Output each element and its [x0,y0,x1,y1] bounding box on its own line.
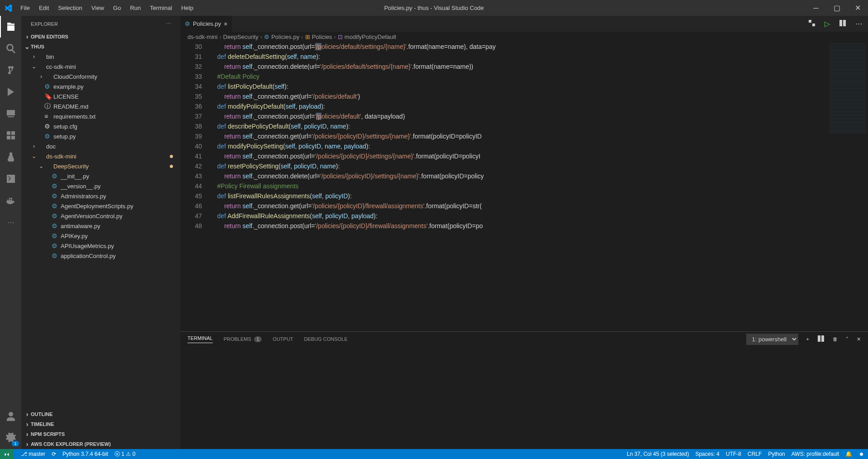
file-setup-py[interactable]: ⚙setup.py [22,131,180,141]
python-env[interactable]: Python 3.7.4 64-bit [62,451,108,457]
file-setup-cfg[interactable]: ⚙setup.cfg [22,121,180,131]
python-file-icon: ⚙ [185,20,190,27]
panel-tab-output[interactable]: OUTPUT [273,336,293,342]
file-APIKey-py[interactable]: ⚙APIKey.py [22,231,180,241]
new-terminal-icon[interactable]: + [806,336,809,342]
file-APIUsageMetrics-py[interactable]: ⚙APIUsageMetrics.py [22,241,180,251]
file-tree: ›bin⌄cc-sdk-mini›CloudConformity⚙example… [22,52,180,261]
panel-tab-terminal[interactable]: TERMINAL [187,335,213,343]
run-icon[interactable]: ▷ [825,19,830,28]
panel-actions: 1: powershell + 🗑 ˄ ✕ [746,334,861,345]
close-panel-icon[interactable]: ✕ [857,336,861,342]
menu-view[interactable]: View [87,0,109,16]
more-icon[interactable]: ⋯ [855,19,863,28]
file-__version__-py[interactable]: ⚙__version__.py [22,181,180,191]
git-branch[interactable]: ⎇ master [21,451,45,457]
source-control-icon[interactable] [0,59,22,81]
tabs: ⚙ Policies.py × ▷ ⋯ [180,16,868,32]
folder-bin[interactable]: ›bin [22,52,180,62]
eol[interactable]: CRLF [748,451,762,457]
section-open-editors[interactable]: ›OPEN EDITORS [22,32,180,42]
kill-terminal-icon[interactable]: 🗑 [833,336,838,342]
line-gutter: 30313233343536373839404142434445464748 [180,42,210,331]
statusbar: ⎇ master ⟳ Python 3.7.4 64-bit ⓧ 1 ⚠ 0 L… [0,449,868,459]
minimize-button[interactable]: ─ [806,0,826,16]
folder-DeepSecurity[interactable]: ⌄DeepSecurity [22,161,180,171]
docker-icon[interactable] [0,190,22,211]
activitybar: ⋯ 1 [0,16,22,449]
notifications-icon[interactable]: 🔔 [845,451,852,457]
sidebar: EXPLORER ⋯ ›OPEN EDITORS ⌄THUS ›bin⌄cc-s… [22,16,180,449]
code-content[interactable]: return self._connection.post(url='/polic… [210,42,827,331]
file-AgentVersionControl-py[interactable]: ⚙AgentVersionControl.py [22,211,180,221]
overflow-icon[interactable]: ⋯ [0,211,22,233]
file-Administrators-py[interactable]: ⚙Administrators.py [22,191,180,201]
indentation[interactable]: Spaces: 4 [695,451,719,457]
file-antimalware-py[interactable]: ⚙antimalware.py [22,221,180,231]
tab-close-icon[interactable]: × [224,20,227,28]
remote-indicator[interactable] [0,449,14,459]
section-outline[interactable]: ›OUTLINE [22,409,180,419]
run-debug-icon[interactable] [0,81,22,103]
file-requirements-txt[interactable]: ≡requirements.txt [22,111,180,121]
menu-bar: File Edit Selection View Go Run Terminal… [16,0,198,16]
window-title: Policies.py - thus - Visual Studio Code [384,5,484,11]
feedback-icon[interactable]: ☻ [858,451,864,457]
terminal-panel: TERMINAL PROBLEMS1 OUTPUT DEBUG CONSOLE … [180,331,868,449]
panel-tab-debug[interactable]: DEBUG CONSOLE [304,336,348,342]
menu-file[interactable]: File [16,0,34,16]
file-__init__-py[interactable]: ⚙__init__.py [22,171,180,181]
file-LICENSE[interactable]: 🔖LICENSE [22,91,180,101]
close-button[interactable]: ✕ [847,0,868,16]
file-AgentDeploymentScripts-py[interactable]: ⚙AgentDeploymentScripts.py [22,201,180,211]
compare-icon[interactable] [808,19,815,29]
explorer-icon[interactable] [0,16,22,38]
menu-selection[interactable]: Selection [53,0,86,16]
section-cdk[interactable]: ›AWS CDK EXPLORER (PREVIEW) [22,439,180,449]
maximize-panel-icon[interactable]: ˄ [846,336,849,342]
problems-status[interactable]: ⓧ 1 ⚠ 0 [115,450,135,458]
folder-ds-sdk-mini[interactable]: ⌄ds-sdk-mini [22,151,180,161]
console-icon[interactable] [0,168,22,190]
sidebar-header: EXPLORER ⋯ [22,16,180,32]
file-example-py[interactable]: ⚙example.py [22,81,180,91]
file-README-md[interactable]: ⓘREADME.md [22,101,180,111]
search-icon[interactable] [0,38,22,59]
testing-icon[interactable] [0,146,22,168]
language-mode[interactable]: Python [768,451,785,457]
aws-profile[interactable]: AWS: profile:default [791,451,839,457]
folder-cc-sdk-mini[interactable]: ⌄cc-sdk-mini [22,62,180,72]
menu-go[interactable]: Go [109,0,125,16]
remote-explorer-icon[interactable] [0,103,22,124]
editor-area: ⚙ Policies.py × ▷ ⋯ ds-sdk-mini› DeepSec… [180,16,868,449]
tab-policies[interactable]: ⚙ Policies.py × [180,16,232,32]
extensions-icon[interactable] [0,124,22,146]
account-icon[interactable] [0,406,22,427]
split-icon[interactable] [839,19,846,29]
maximize-button[interactable]: ▢ [826,0,847,16]
section-npm[interactable]: ›NPM SCRIPTS [22,429,180,439]
cursor-position[interactable]: Ln 37, Col 45 (3 selected) [627,451,689,457]
titlebar: File Edit Selection View Go Run Terminal… [0,0,868,16]
minimap[interactable] [827,42,868,331]
sidebar-more-icon[interactable]: ⋯ [166,21,171,27]
file-applicationControl-py[interactable]: ⚙applicationControl.py [22,251,180,261]
menu-terminal[interactable]: Terminal [145,0,177,16]
settings-icon[interactable]: 1 [0,427,22,449]
folder-doc[interactable]: ›doc [22,141,180,151]
encoding[interactable]: UTF-8 [726,451,741,457]
split-terminal-icon[interactable] [817,335,825,343]
breadcrumb[interactable]: ds-sdk-mini› DeepSecurity› ⚙Policies.py›… [180,32,868,42]
menu-run[interactable]: Run [125,0,145,16]
folder-CloudConformity[interactable]: ›CloudConformity [22,72,180,81]
menu-edit[interactable]: Edit [34,0,53,16]
menu-help[interactable]: Help [177,0,198,16]
section-workspace[interactable]: ⌄THUS [22,42,180,52]
sync-icon[interactable]: ⟳ [52,451,56,457]
vscode-logo-icon [0,4,16,12]
editor-body[interactable]: 30313233343536373839404142434445464748 r… [180,42,868,331]
panel-tab-problems[interactable]: PROBLEMS1 [224,336,262,342]
terminal-body[interactable] [180,346,868,449]
shell-select[interactable]: 1: powershell [746,334,798,345]
section-timeline[interactable]: ›TIMELINE [22,419,180,429]
